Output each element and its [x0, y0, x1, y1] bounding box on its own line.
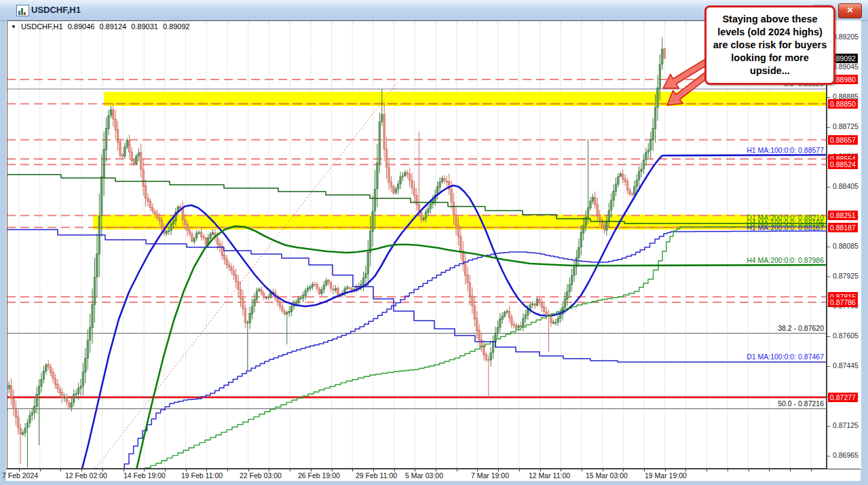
candle-body	[265, 298, 267, 298]
candle-body	[603, 226, 605, 230]
candle-body	[615, 184, 616, 192]
candle-body	[191, 234, 193, 241]
candle-body	[430, 204, 431, 209]
candle-body	[108, 115, 109, 128]
candle-body	[571, 276, 572, 285]
d1-ma100-line	[7, 230, 827, 362]
time-axis-tick	[290, 469, 290, 471]
candle-body	[631, 194, 633, 195]
candle-body	[480, 340, 482, 346]
candle-body	[624, 179, 626, 181]
candle-body	[305, 291, 306, 295]
candle-body	[149, 201, 151, 207]
candle-body	[516, 325, 517, 328]
candle-body	[244, 308, 246, 323]
price-axis-label: 0.89045	[833, 62, 858, 71]
candle-body	[82, 372, 83, 386]
candle-body	[643, 160, 644, 168]
candle-body	[372, 211, 373, 231]
candle-body	[525, 315, 526, 319]
candle-body	[425, 213, 426, 219]
candle-body	[636, 180, 637, 187]
candle-body	[652, 128, 654, 140]
candle-body	[96, 253, 98, 276]
time-axis[interactable]: 7 Feb 202412 Feb 02:0014 Feb 19:0019 Feb…	[6, 469, 861, 481]
candle-body	[75, 393, 77, 394]
candle-body	[446, 181, 447, 182]
price-axis-label: 0.87605	[833, 331, 858, 340]
candle-body	[455, 215, 457, 225]
candle-body	[606, 221, 607, 230]
candle-body	[587, 208, 588, 217]
candle-body	[54, 378, 56, 384]
candle-body	[536, 300, 537, 306]
candle-body	[309, 287, 311, 288]
candle-body	[523, 319, 524, 327]
chevron-down-icon[interactable]: ▼	[11, 24, 16, 30]
candle-body	[659, 65, 660, 88]
candle-body	[295, 302, 297, 304]
low-value: 0.89031	[131, 22, 158, 31]
chart-icon	[16, 5, 29, 16]
candle-body	[416, 196, 417, 204]
price-axis[interactable]: 0.892050.890450.888850.887250.885650.884…	[827, 20, 861, 469]
time-axis-label: 29 Feb 11:00	[356, 471, 397, 480]
candle-body	[650, 139, 652, 150]
candle-body	[476, 319, 478, 331]
annotation-box[interactable]: Staying above these levels (old 2024 hig…	[704, 5, 835, 85]
candle-body	[318, 289, 320, 293]
candle-body	[402, 176, 403, 177]
price-tag-red: 0.88524	[828, 160, 858, 169]
candle-body	[170, 224, 172, 231]
candle-body	[610, 200, 611, 210]
candle-body	[578, 247, 580, 257]
candle-body	[298, 298, 299, 302]
candle-body	[126, 141, 128, 147]
candle-body	[119, 142, 121, 155]
symbol-timeframe: USDCHF,H1	[21, 22, 63, 31]
candle-body	[277, 298, 278, 302]
candle-body	[251, 306, 252, 314]
candle-body	[45, 365, 47, 371]
candle-body	[552, 322, 554, 323]
candle-body	[546, 312, 547, 315]
candle-body	[314, 284, 316, 285]
candle-body	[195, 233, 197, 238]
time-axis-label: 7 Mar 19:00	[471, 471, 509, 480]
candle-body	[469, 283, 470, 296]
candle-body	[64, 397, 65, 398]
candle-body	[580, 232, 582, 247]
candle-body	[203, 236, 204, 238]
candle-body	[397, 184, 398, 189]
candle-body	[115, 119, 116, 130]
candle-body	[89, 327, 90, 340]
candle-body	[367, 252, 369, 274]
price-chart-plot[interactable]	[7, 20, 827, 469]
candle-body	[103, 149, 105, 177]
time-axis-tick	[227, 469, 228, 471]
candle-body	[441, 179, 442, 182]
candle-body	[235, 275, 237, 282]
candle-body	[69, 403, 70, 407]
time-axis-label: 19 Feb 11:00	[181, 471, 223, 480]
candle-body	[15, 408, 16, 418]
candle-body	[662, 49, 663, 64]
candle-body	[143, 170, 144, 187]
candle-body	[400, 177, 401, 184]
close-button[interactable]: ✕	[838, 3, 862, 18]
candle-body	[261, 289, 262, 293]
candle-body	[421, 212, 422, 219]
candle-body	[172, 221, 174, 224]
candle-body	[147, 198, 149, 201]
candle-body	[303, 295, 304, 298]
candle-body	[664, 49, 665, 59]
price-tag-red: 0.88251	[828, 211, 858, 220]
candle-body	[316, 285, 318, 289]
candle-body	[629, 190, 630, 194]
price-axis-label: 0.86965	[833, 451, 858, 459]
candle-body	[43, 372, 44, 380]
candle-body	[145, 186, 146, 198]
candle-body	[133, 160, 134, 164]
high-value: 0.89124	[99, 22, 126, 31]
ohlc-readout: ▼USDCHF,H10.890460.891240.890310.89092	[11, 22, 195, 31]
